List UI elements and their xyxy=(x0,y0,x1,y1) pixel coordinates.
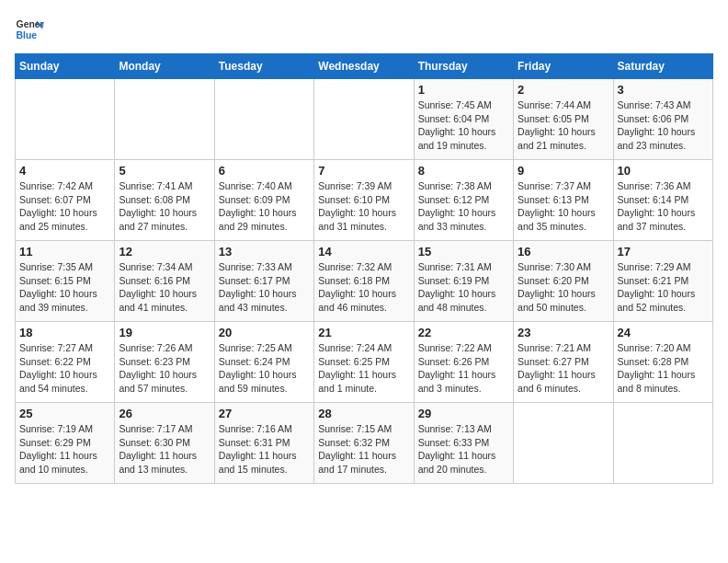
svg-text:Blue: Blue xyxy=(17,30,38,40)
weekday-header: Tuesday xyxy=(214,54,313,79)
weekday-header: Saturday xyxy=(613,54,712,79)
day-number: 7 xyxy=(318,164,409,178)
day-number: 16 xyxy=(518,245,609,259)
day-number: 25 xyxy=(19,407,110,420)
logo: General Blue xyxy=(15,15,48,44)
weekday-header: Thursday xyxy=(414,54,513,79)
day-number: 10 xyxy=(618,164,709,178)
day-info: Sunrise: 7:26 AM Sunset: 6:23 PM Dayligh… xyxy=(119,341,210,396)
calendar-cell: 20Sunrise: 7:25 AM Sunset: 6:24 PM Dayli… xyxy=(214,322,313,403)
header: General Blue xyxy=(15,15,713,44)
day-number: 13 xyxy=(219,245,310,259)
day-number: 4 xyxy=(19,164,110,178)
calendar-cell: 22Sunrise: 7:22 AM Sunset: 6:26 PM Dayli… xyxy=(414,322,513,403)
calendar-cell: 10Sunrise: 7:36 AM Sunset: 6:14 PM Dayli… xyxy=(613,160,712,241)
day-info: Sunrise: 7:15 AM Sunset: 6:32 PM Dayligh… xyxy=(318,422,409,477)
calendar-cell: 11Sunrise: 7:35 AM Sunset: 6:15 PM Dayli… xyxy=(16,241,115,322)
day-info: Sunrise: 7:20 AM Sunset: 6:28 PM Dayligh… xyxy=(618,341,709,396)
day-info: Sunrise: 7:42 AM Sunset: 6:07 PM Dayligh… xyxy=(19,179,110,234)
calendar-cell: 21Sunrise: 7:24 AM Sunset: 6:25 PM Dayli… xyxy=(314,322,414,403)
day-number: 18 xyxy=(19,326,110,339)
day-number: 17 xyxy=(618,245,709,259)
day-number: 12 xyxy=(119,245,210,259)
day-info: Sunrise: 7:30 AM Sunset: 6:20 PM Dayligh… xyxy=(518,260,609,315)
day-info: Sunrise: 7:25 AM Sunset: 6:24 PM Dayligh… xyxy=(219,341,310,396)
day-number: 24 xyxy=(618,326,709,339)
calendar-cell: 4Sunrise: 7:42 AM Sunset: 6:07 PM Daylig… xyxy=(16,160,115,241)
day-info: Sunrise: 7:44 AM Sunset: 6:05 PM Dayligh… xyxy=(518,98,609,153)
calendar-cell: 26Sunrise: 7:17 AM Sunset: 6:30 PM Dayli… xyxy=(115,403,214,484)
calendar-cell xyxy=(314,79,414,160)
weekday-header: Sunday xyxy=(16,54,115,79)
logo-icon: General Blue xyxy=(15,15,44,44)
calendar-cell: 3Sunrise: 7:43 AM Sunset: 6:06 PM Daylig… xyxy=(613,79,712,160)
calendar-week-row: 1Sunrise: 7:45 AM Sunset: 6:04 PM Daylig… xyxy=(16,79,713,160)
calendar-cell xyxy=(214,79,313,160)
day-number: 11 xyxy=(19,245,110,259)
calendar-cell: 28Sunrise: 7:15 AM Sunset: 6:32 PM Dayli… xyxy=(314,403,414,484)
day-info: Sunrise: 7:29 AM Sunset: 6:21 PM Dayligh… xyxy=(618,260,709,315)
day-number: 26 xyxy=(119,407,210,420)
day-number: 20 xyxy=(219,326,310,339)
calendar-cell xyxy=(16,79,115,160)
weekday-header: Monday xyxy=(115,54,214,79)
calendar-cell: 19Sunrise: 7:26 AM Sunset: 6:23 PM Dayli… xyxy=(115,322,214,403)
day-info: Sunrise: 7:24 AM Sunset: 6:25 PM Dayligh… xyxy=(318,341,409,396)
day-number: 6 xyxy=(219,164,310,178)
calendar-cell: 23Sunrise: 7:21 AM Sunset: 6:27 PM Dayli… xyxy=(514,322,613,403)
day-number: 27 xyxy=(219,407,310,420)
day-number: 15 xyxy=(418,245,509,259)
calendar-cell: 1Sunrise: 7:45 AM Sunset: 6:04 PM Daylig… xyxy=(414,79,513,160)
day-info: Sunrise: 7:40 AM Sunset: 6:09 PM Dayligh… xyxy=(219,179,310,234)
day-info: Sunrise: 7:45 AM Sunset: 6:04 PM Dayligh… xyxy=(418,98,509,153)
calendar-cell: 6Sunrise: 7:40 AM Sunset: 6:09 PM Daylig… xyxy=(214,160,313,241)
calendar-cell: 8Sunrise: 7:38 AM Sunset: 6:12 PM Daylig… xyxy=(414,160,513,241)
calendar-cell: 29Sunrise: 7:13 AM Sunset: 6:33 PM Dayli… xyxy=(414,403,513,484)
day-number: 23 xyxy=(518,326,609,339)
day-number: 28 xyxy=(318,407,409,420)
day-number: 3 xyxy=(618,83,709,97)
calendar-cell: 16Sunrise: 7:30 AM Sunset: 6:20 PM Dayli… xyxy=(514,241,613,322)
day-number: 1 xyxy=(418,83,509,97)
day-info: Sunrise: 7:36 AM Sunset: 6:14 PM Dayligh… xyxy=(618,179,709,234)
weekday-header: Friday xyxy=(514,54,613,79)
day-number: 29 xyxy=(418,407,509,420)
day-info: Sunrise: 7:27 AM Sunset: 6:22 PM Dayligh… xyxy=(19,341,110,396)
weekday-header-row: SundayMondayTuesdayWednesdayThursdayFrid… xyxy=(16,54,713,79)
day-info: Sunrise: 7:31 AM Sunset: 6:19 PM Dayligh… xyxy=(418,260,509,315)
calendar-cell: 18Sunrise: 7:27 AM Sunset: 6:22 PM Dayli… xyxy=(16,322,115,403)
day-info: Sunrise: 7:38 AM Sunset: 6:12 PM Dayligh… xyxy=(418,179,509,234)
calendar-cell xyxy=(115,79,214,160)
day-number: 22 xyxy=(418,326,509,339)
calendar-cell xyxy=(613,403,712,484)
calendar-cell: 12Sunrise: 7:34 AM Sunset: 6:16 PM Dayli… xyxy=(115,241,214,322)
day-number: 8 xyxy=(418,164,509,178)
day-info: Sunrise: 7:16 AM Sunset: 6:31 PM Dayligh… xyxy=(219,422,310,477)
day-info: Sunrise: 7:19 AM Sunset: 6:29 PM Dayligh… xyxy=(19,422,110,477)
calendar-cell: 13Sunrise: 7:33 AM Sunset: 6:17 PM Dayli… xyxy=(214,241,313,322)
day-info: Sunrise: 7:32 AM Sunset: 6:18 PM Dayligh… xyxy=(318,260,409,315)
day-info: Sunrise: 7:43 AM Sunset: 6:06 PM Dayligh… xyxy=(618,98,709,153)
day-number: 19 xyxy=(119,326,210,339)
calendar-week-row: 11Sunrise: 7:35 AM Sunset: 6:15 PM Dayli… xyxy=(16,241,713,322)
calendar-cell: 15Sunrise: 7:31 AM Sunset: 6:19 PM Dayli… xyxy=(414,241,513,322)
calendar-table: SundayMondayTuesdayWednesdayThursdayFrid… xyxy=(15,53,713,484)
calendar-week-row: 4Sunrise: 7:42 AM Sunset: 6:07 PM Daylig… xyxy=(16,160,713,241)
day-number: 9 xyxy=(518,164,609,178)
day-number: 2 xyxy=(518,83,609,97)
calendar-cell: 25Sunrise: 7:19 AM Sunset: 6:29 PM Dayli… xyxy=(16,403,115,484)
day-info: Sunrise: 7:33 AM Sunset: 6:17 PM Dayligh… xyxy=(219,260,310,315)
calendar-cell: 5Sunrise: 7:41 AM Sunset: 6:08 PM Daylig… xyxy=(115,160,214,241)
day-number: 21 xyxy=(318,326,409,339)
calendar-cell: 24Sunrise: 7:20 AM Sunset: 6:28 PM Dayli… xyxy=(613,322,712,403)
day-info: Sunrise: 7:35 AM Sunset: 6:15 PM Dayligh… xyxy=(19,260,110,315)
calendar-cell xyxy=(514,403,613,484)
day-info: Sunrise: 7:41 AM Sunset: 6:08 PM Dayligh… xyxy=(119,179,210,234)
day-number: 5 xyxy=(119,164,210,178)
day-info: Sunrise: 7:39 AM Sunset: 6:10 PM Dayligh… xyxy=(318,179,409,234)
day-info: Sunrise: 7:37 AM Sunset: 6:13 PM Dayligh… xyxy=(518,179,609,234)
calendar-cell: 9Sunrise: 7:37 AM Sunset: 6:13 PM Daylig… xyxy=(514,160,613,241)
day-info: Sunrise: 7:17 AM Sunset: 6:30 PM Dayligh… xyxy=(119,422,210,477)
calendar-cell: 17Sunrise: 7:29 AM Sunset: 6:21 PM Dayli… xyxy=(613,241,712,322)
day-number: 14 xyxy=(318,245,409,259)
